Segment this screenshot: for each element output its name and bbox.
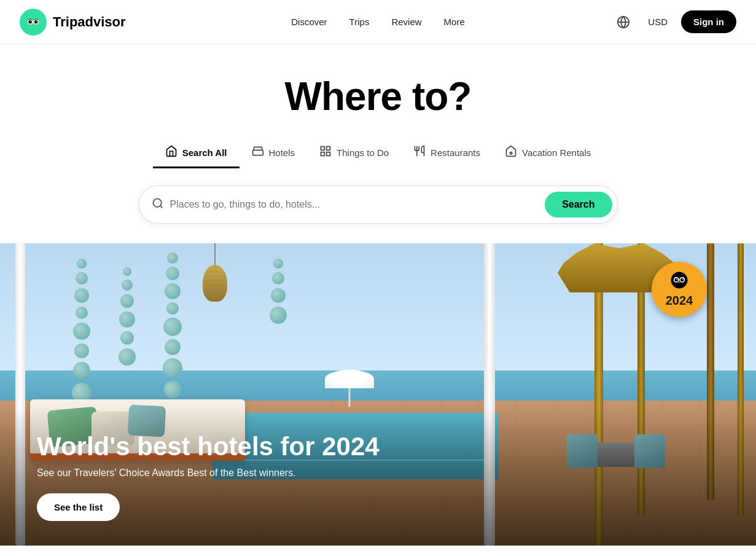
globe-icon-button[interactable] xyxy=(612,11,634,33)
search-bar-container: Search xyxy=(139,186,618,224)
svg-line-16 xyxy=(160,205,162,208)
tab-restaurants[interactable]: Restaurants xyxy=(401,139,493,168)
svg-point-14 xyxy=(510,152,512,154)
svg-point-6 xyxy=(36,20,37,22)
banner-section: 2024 World's best hotels for 2024 See ou… xyxy=(0,243,756,546)
bead xyxy=(76,272,88,284)
tab-vacation-label: Vacation Rentals xyxy=(522,147,591,158)
bead xyxy=(163,358,182,378)
bead-string-1 xyxy=(76,259,88,402)
logo-group: Tripadvisor xyxy=(20,9,126,36)
tab-hotels[interactable]: Hotels xyxy=(240,139,308,168)
currency-button[interactable]: USD xyxy=(642,13,674,31)
banner-overlay: World's best hotels for 2024 See our Tra… xyxy=(0,407,756,546)
bed-icon xyxy=(252,145,264,160)
bead xyxy=(166,302,179,315)
award-badge: 2024 xyxy=(652,262,707,317)
svg-point-23 xyxy=(682,278,684,280)
bead-string-4 xyxy=(272,259,284,324)
bead xyxy=(123,267,131,276)
bead xyxy=(163,318,182,336)
home-icon xyxy=(165,145,177,160)
bead xyxy=(73,323,90,340)
hanging-light xyxy=(197,243,233,317)
nav-discover[interactable]: Discover xyxy=(281,12,337,32)
bead xyxy=(273,259,283,268)
bead xyxy=(120,294,134,308)
fork-icon xyxy=(413,145,426,160)
svg-point-20 xyxy=(674,278,678,281)
nav-trips[interactable]: Trips xyxy=(340,12,380,32)
svg-point-21 xyxy=(680,278,684,281)
bead xyxy=(165,339,181,355)
see-list-button[interactable]: See the list xyxy=(37,493,120,521)
tab-things-to-do[interactable]: Things to Do xyxy=(307,139,401,168)
svg-point-3 xyxy=(28,20,32,23)
bead xyxy=(73,362,90,379)
umbrella xyxy=(325,370,374,407)
search-icon xyxy=(152,197,164,213)
bead-string-3 xyxy=(166,253,179,398)
navbar-right: USD Sign in xyxy=(612,10,736,33)
search-bar: Search xyxy=(139,186,618,224)
signin-button[interactable]: Sign in xyxy=(681,10,736,33)
umbrella-top xyxy=(325,370,374,388)
search-input[interactable] xyxy=(170,199,545,210)
svg-rect-12 xyxy=(321,152,325,156)
bead xyxy=(270,307,287,324)
bead xyxy=(119,311,135,327)
bead xyxy=(167,253,178,264)
svg-rect-10 xyxy=(321,147,325,151)
banner-subtitle: See our Travelers' Choice Awards Best of… xyxy=(37,468,719,479)
bead xyxy=(119,348,136,366)
bead-string-2 xyxy=(121,267,133,366)
main-nav: Discover Trips Review More xyxy=(281,12,475,32)
nav-review[interactable]: Review xyxy=(381,12,431,32)
nav-more[interactable]: More xyxy=(434,12,475,32)
bead xyxy=(164,381,181,398)
house-icon xyxy=(505,145,517,160)
svg-point-5 xyxy=(30,20,31,22)
svg-point-15 xyxy=(153,198,161,206)
hero-section: Where to? Search All Hotels xyxy=(0,44,756,243)
svg-point-17 xyxy=(671,272,688,288)
award-badge-inner: 2024 xyxy=(666,272,693,308)
bead xyxy=(122,280,133,291)
award-year: 2024 xyxy=(666,294,693,308)
search-button[interactable]: Search xyxy=(545,192,612,217)
bead xyxy=(74,288,89,303)
svg-point-22 xyxy=(676,278,677,280)
svg-rect-11 xyxy=(327,147,330,151)
search-tabs: Search All Hotels Things to xyxy=(153,139,604,168)
light-cord xyxy=(214,243,216,268)
svg-rect-13 xyxy=(327,152,330,156)
logo-icon xyxy=(20,9,47,36)
bead xyxy=(74,343,89,358)
tab-search-all[interactable]: Search All xyxy=(153,139,240,168)
activities-icon xyxy=(319,145,332,160)
bead xyxy=(272,272,284,284)
banner-title: World's best hotels for 2024 xyxy=(37,432,719,461)
bead xyxy=(271,288,286,303)
tab-vacation-rentals[interactable]: Vacation Rentals xyxy=(493,139,603,168)
logo-text: Tripadvisor xyxy=(53,14,126,30)
bead xyxy=(76,307,88,319)
bead xyxy=(120,331,134,345)
navbar: Tripadvisor Discover Trips Review More U… xyxy=(0,0,756,44)
svg-point-0 xyxy=(25,14,42,30)
svg-point-4 xyxy=(34,20,38,23)
bead xyxy=(166,267,179,280)
tab-hotels-label: Hotels xyxy=(269,147,295,158)
bead xyxy=(77,259,87,268)
bead xyxy=(165,283,181,299)
tab-search-all-label: Search All xyxy=(182,147,227,158)
tab-restaurants-label: Restaurants xyxy=(431,147,480,158)
tab-things-label: Things to Do xyxy=(337,147,389,158)
light-shade-rings xyxy=(206,267,224,297)
hero-title: Where to? xyxy=(285,74,472,119)
award-owl-icon xyxy=(671,272,688,292)
